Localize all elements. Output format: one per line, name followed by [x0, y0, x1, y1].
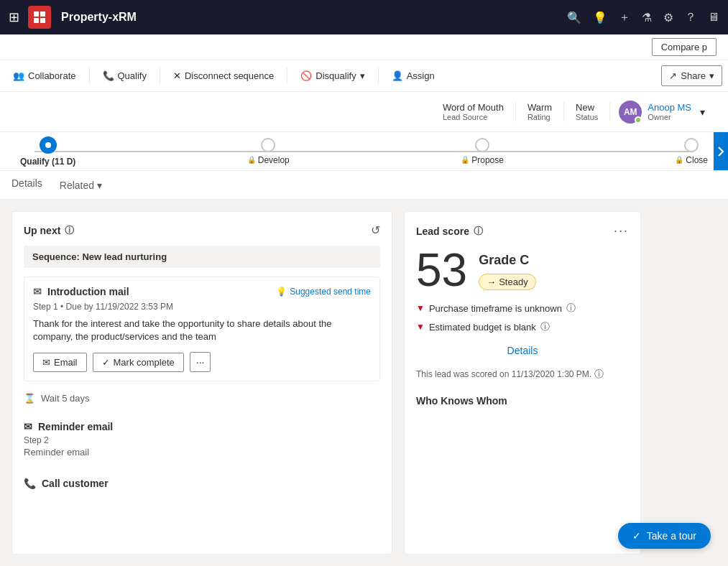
score-title: Lead score ⓘ: [416, 225, 483, 238]
issue-info-icon-1[interactable]: ⓘ: [566, 302, 576, 315]
qualify-button[interactable]: 📞 Qualify: [96, 66, 154, 85]
settings-icon[interactable]: ⚙: [663, 11, 673, 24]
stage-label-qualify: Qualify (11 D): [20, 157, 75, 167]
more-options-button[interactable]: ···: [190, 352, 211, 372]
sub-nav: Details Related ▾: [0, 171, 728, 200]
up-next-header: Up next ⓘ ↺: [24, 223, 380, 237]
score-issues: ▼ Purchase timeframe is unknown ⓘ ▼ Esti…: [416, 302, 629, 333]
disqualify-icon: 🚫: [300, 70, 312, 81]
activity-item-intro: ✉ Introduction mail 💡 Suggested send tim…: [24, 277, 380, 381]
svg-rect-0: [34, 11, 39, 17]
lead-source-segment: Word of Mouth Lead Source: [431, 102, 516, 121]
lead-score-card: Lead score ⓘ ··· 53 Grade C → Steady ▼ P…: [404, 211, 641, 555]
up-next-card: Up next ⓘ ↺ Sequence: New lead nurturing…: [11, 211, 392, 555]
activity-title: ✉ Introduction mail: [33, 286, 129, 297]
filter-icon[interactable]: ⚗: [642, 11, 652, 24]
lock-icon-propose: 🔒: [461, 156, 469, 164]
compare-button[interactable]: Compare p: [652, 38, 717, 56]
collaborate-button[interactable]: 👥 Collaborate: [6, 66, 83, 85]
steady-badge: → Steady: [479, 274, 535, 290]
call-item: 📞 Call customer: [24, 472, 380, 495]
info-bar: Word of Mouth Lead Source Warm Rating Ne…: [0, 92, 728, 132]
disqualify-button[interactable]: 🚫 Disqualify ▾: [293, 66, 372, 85]
stage-propose[interactable]: 🔒 Propose: [461, 138, 504, 165]
reminder-mail-icon: ✉: [24, 421, 32, 432]
activity-actions: ✉ Email ✓ Mark complete ···: [33, 352, 371, 372]
separator: [89, 68, 90, 85]
assign-button[interactable]: 👤 Assign: [384, 66, 442, 85]
owner-info: AM Anoop MS Owner ▾: [610, 101, 717, 124]
owner-name[interactable]: Anoop MS: [648, 102, 691, 113]
wait-icon: ⌛: [24, 393, 35, 404]
activity-header: ✉ Introduction mail 💡 Suggested send tim…: [33, 286, 371, 297]
owner-chevron-button[interactable]: ▾: [697, 103, 708, 121]
help-icon[interactable]: ？: [685, 10, 696, 25]
stage-circle-qualify: [40, 136, 57, 154]
stage-label-develop: 🔒 Develop: [247, 155, 290, 165]
rating-label: Rating: [527, 113, 552, 121]
issue-info-icon-2[interactable]: ⓘ: [540, 320, 550, 333]
score-grade: Grade C → Steady: [479, 247, 535, 290]
rating-segment: Warm Rating: [516, 102, 564, 121]
svg-rect-2: [34, 18, 39, 23]
score-info-icon[interactable]: ⓘ: [474, 225, 483, 238]
stage-label-close: 🔒 Close: [675, 155, 708, 165]
stage-qualify[interactable]: Qualify (11 D): [20, 136, 75, 167]
compare-bar: Compare p: [0, 34, 728, 60]
mark-complete-button[interactable]: ✓ Mark complete: [93, 353, 184, 372]
stage-label-propose: 🔒 Propose: [461, 155, 504, 165]
nav-icons: 🔍 💡 ＋ ⚗ ⚙ ？ 🖥: [567, 10, 719, 25]
up-next-info-icon[interactable]: ⓘ: [65, 224, 74, 237]
suggested-time-link[interactable]: 💡 Suggested send time: [276, 287, 371, 297]
refresh-icon[interactable]: ↺: [371, 223, 380, 237]
disqualify-chevron: ▾: [360, 70, 365, 81]
pipeline-expand-button[interactable]: [714, 132, 728, 170]
score-footer: This lead was scored on 11/13/2020 1:30 …: [416, 368, 629, 381]
score-more-button[interactable]: ···: [614, 223, 629, 238]
email-button[interactable]: ✉ Email: [33, 353, 87, 372]
app-logo: [28, 6, 51, 29]
mail-icon: ✉: [33, 286, 42, 297]
reminder-item: ✉ Reminder email Step 2 Reminder email: [24, 415, 380, 463]
share-button[interactable]: ↗ Share ▾: [661, 65, 722, 86]
grid-icon[interactable]: ⊞: [9, 9, 19, 25]
pipeline-stages: Qualify (11 D) 🔒 Develop 🔒 Propose: [6, 136, 722, 167]
related-chevron: ▾: [97, 180, 102, 191]
take-tour-button[interactable]: ✓ Take a tour: [618, 523, 711, 549]
wait-item: ⌛ Wait 5 days: [24, 390, 380, 407]
footer-info-icon[interactable]: ⓘ: [594, 368, 604, 381]
stage-circle-propose: [475, 138, 489, 152]
stage-close[interactable]: 🔒 Close: [675, 138, 708, 165]
qualify-icon: 📞: [103, 70, 114, 81]
related-dropdown[interactable]: Related ▾: [60, 180, 102, 191]
share-icon: ↗: [669, 70, 677, 81]
status-value: New: [576, 102, 598, 113]
top-nav: ⊞ Property-xRM 🔍 💡 ＋ ⚗ ⚙ ？ 🖥: [0, 0, 728, 34]
issue-estimated-budget: ▼ Estimated budget is blank ⓘ: [416, 320, 629, 333]
email-icon: ✉: [42, 357, 50, 368]
separator: [287, 68, 287, 85]
details-tab[interactable]: Details: [11, 177, 42, 193]
status-label: Status: [576, 113, 598, 121]
stage-develop[interactable]: 🔒 Develop: [247, 138, 290, 165]
screen-icon[interactable]: 🖥: [708, 11, 719, 24]
status-segment: New Status: [564, 102, 610, 121]
details-link[interactable]: Details: [416, 342, 629, 359]
lock-icon-close: 🔒: [675, 156, 683, 164]
score-body: 53 Grade C → Steady: [416, 247, 629, 293]
reminder-description: Reminder email: [24, 447, 380, 458]
reminder-title: ✉ Reminder email: [24, 421, 380, 432]
add-icon[interactable]: ＋: [619, 10, 630, 25]
disconnect-sequence-button[interactable]: ✕ Disconnect sequence: [166, 66, 281, 85]
lightbulb-small-icon: 💡: [276, 287, 287, 297]
svg-rect-3: [40, 18, 45, 23]
lightbulb-icon[interactable]: 💡: [593, 11, 607, 24]
svg-rect-1: [40, 11, 45, 17]
grade-label: Grade C: [479, 253, 535, 268]
owner-label: Owner: [648, 113, 691, 121]
collaborate-icon: 👥: [13, 70, 24, 81]
search-icon[interactable]: 🔍: [567, 11, 581, 24]
reminder-step: Step 2: [24, 435, 380, 445]
app-title: Property-xRM: [61, 11, 561, 24]
related-tab-label: Related: [60, 180, 94, 191]
